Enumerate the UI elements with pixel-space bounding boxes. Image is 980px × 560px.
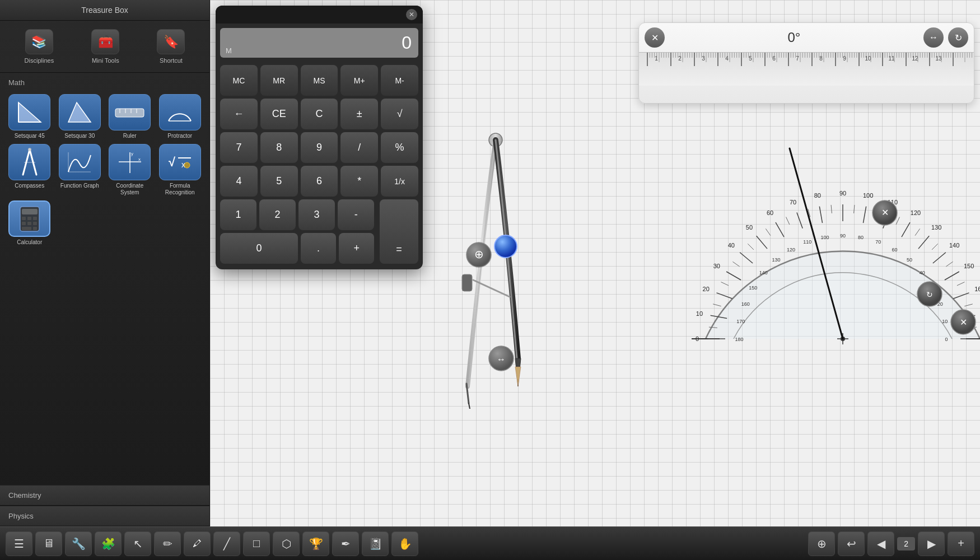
- tool-calculator[interactable]: Calculator: [7, 200, 53, 246]
- calc-plusminus-button[interactable]: ±: [340, 99, 378, 129]
- calculator-label: Calculator: [17, 239, 42, 246]
- toolbar-next-page-button[interactable]: ▶: [918, 531, 945, 556]
- toolbar-hand-button[interactable]: ✋: [391, 531, 418, 556]
- calc-ce-button[interactable]: CE: [260, 99, 298, 129]
- svg-point-12: [28, 148, 31, 151]
- compasses-label: Compasses: [15, 183, 44, 189]
- sidebar-tab-mini-tools[interactable]: 🧰 Mini Tools: [91, 29, 119, 64]
- calculator-icon: [8, 200, 50, 237]
- mini-tools-label: Mini Tools: [92, 57, 119, 64]
- calc-dot-button[interactable]: .: [301, 233, 336, 264]
- svg-text:70: 70: [790, 199, 796, 206]
- svg-line-187: [726, 272, 741, 280]
- calc-2-button[interactable]: 2: [259, 199, 296, 230]
- calc-memory-indicator: M: [226, 46, 232, 55]
- toolbar-add-page-button[interactable]: +: [948, 531, 974, 556]
- calc-plus-button[interactable]: +: [339, 233, 374, 264]
- svg-text:70: 70: [875, 239, 881, 245]
- calc-close-button[interactable]: ✕: [406, 9, 417, 20]
- calc-0-button[interactable]: 0: [220, 233, 298, 264]
- toolbar-connect-button[interactable]: ✒: [332, 531, 359, 556]
- tool-protractor[interactable]: Protractor: [157, 94, 203, 139]
- calc-mminus-button[interactable]: M-: [381, 65, 418, 96]
- sidebar-chemistry[interactable]: Chemistry: [0, 485, 209, 506]
- calc-mr-button[interactable]: MR: [260, 65, 298, 96]
- ruler-rotate-button[interactable]: ↻: [948, 27, 968, 48]
- svg-text:40: 40: [728, 242, 735, 249]
- toolbar-highlight-button[interactable]: 🖍: [184, 531, 211, 556]
- calc-memory-row: MC MR MS M+ M-: [220, 65, 418, 96]
- svg-rect-25: [22, 209, 38, 214]
- toolbar-menu-button[interactable]: ☰: [6, 531, 32, 556]
- toolbar-arrow-button[interactable]: ↖: [124, 531, 151, 556]
- toolbar-puzzle-button[interactable]: 🧩: [95, 531, 122, 556]
- calc-percent-button[interactable]: %: [381, 132, 418, 163]
- sidebar-tab-disciplines[interactable]: 📚 Disciplines: [25, 29, 54, 64]
- tool-setsquar45[interactable]: Setsquar 45: [7, 94, 53, 139]
- svg-text:0: 0: [945, 337, 948, 342]
- ruler-flip-button[interactable]: ↔: [923, 27, 944, 48]
- toolbar-target-button[interactable]: ⊕: [808, 531, 835, 556]
- toolbar-media-button[interactable]: 🏆: [302, 531, 329, 556]
- tool-ruler[interactable]: Ruler: [107, 94, 153, 139]
- tool-coordinate-system[interactable]: x y Coordinate System: [107, 144, 153, 196]
- calc-row5: 1 2 3 - 0 . + =: [220, 199, 418, 264]
- calc-7-button[interactable]: 7: [220, 132, 258, 163]
- math-section-label: Math: [0, 73, 209, 90]
- sidebar: Treasure Box 📚 Disciplines 🧰 Mini Tools …: [0, 0, 210, 526]
- calc-mplus-button[interactable]: M+: [340, 65, 378, 96]
- tool-function-graph[interactable]: Function Graph: [57, 144, 103, 196]
- calc-divide-button[interactable]: /: [340, 132, 378, 163]
- calc-minus-button[interactable]: -: [338, 199, 374, 230]
- calc-9-button[interactable]: 9: [301, 132, 338, 163]
- toolbar-screen-button[interactable]: 🖥: [35, 531, 62, 556]
- svg-text:110: 110: [803, 239, 811, 245]
- calc-c-button[interactable]: C: [301, 99, 338, 129]
- calc-6-button[interactable]: 6: [301, 166, 338, 197]
- toolbar-notebook-button[interactable]: 📓: [362, 531, 389, 556]
- svg-line-202: [819, 207, 822, 223]
- calc-4-button[interactable]: 4: [220, 166, 258, 197]
- tool-setsquar30[interactable]: Setsquar 30: [57, 94, 103, 139]
- ruler-angle-display: 0°: [669, 30, 919, 45]
- setsquar45-icon: [8, 94, 50, 130]
- svg-line-214: [902, 222, 910, 237]
- toolbar-settings-button[interactable]: 🔧: [65, 531, 92, 556]
- toolbar-undo-button[interactable]: ↩: [838, 531, 865, 556]
- calc-multiply-button[interactable]: *: [340, 166, 378, 197]
- svg-line-208: [863, 207, 866, 223]
- svg-line-220: [933, 253, 946, 263]
- toolbar-pencil-button[interactable]: ✏: [154, 531, 181, 556]
- calc-mc-button[interactable]: MC: [220, 65, 258, 96]
- calc-1-button[interactable]: 1: [220, 199, 256, 230]
- svg-line-226: [953, 293, 969, 298]
- svg-rect-26: [22, 217, 26, 220]
- mini-tools-icon: 🧰: [91, 29, 119, 54]
- svg-text:✕: ✕: [881, 208, 889, 217]
- svg-text:130: 130: [931, 224, 941, 231]
- calc-reciprocal-button[interactable]: 1/x: [381, 166, 418, 197]
- tool-compasses[interactable]: Compasses: [7, 144, 53, 196]
- sidebar-physics[interactable]: Physics: [0, 506, 209, 526]
- toolbar-prev-page-button[interactable]: ◀: [867, 531, 894, 556]
- ruler-tick-area: 1 2 3 4 5 6 7 8 9 10 11 12 13: [639, 52, 974, 86]
- calc-3-button[interactable]: 3: [298, 199, 335, 230]
- toolbar-line-button[interactable]: ╱: [213, 531, 240, 556]
- svg-line-184: [716, 293, 732, 298]
- canvas-area[interactable]: ✕ M 0 MC MR MS M+ M- ← CE C: [210, 0, 980, 526]
- calc-back-button[interactable]: ←: [220, 99, 258, 129]
- toolbar-shapes-button[interactable]: ⬡: [273, 531, 300, 556]
- calc-5-button[interactable]: 5: [260, 166, 298, 197]
- calc-ms-button[interactable]: MS: [301, 65, 338, 96]
- calc-sqrt-button[interactable]: √: [381, 99, 418, 129]
- calc-8-button[interactable]: 8: [260, 132, 298, 163]
- toolbar-square-button[interactable]: □: [243, 531, 270, 556]
- protractor-widget: 0 180 0102030405060708090100110120130140…: [689, 104, 980, 412]
- coordinate-system-icon: x y: [109, 144, 151, 180]
- tool-formula-recognition[interactable]: √ x Formula Recognition: [157, 144, 203, 196]
- ruler-widget: ✕ 0° ↔ ↻ 1 2 3 4 5 6 7 8 9 10 11: [638, 22, 974, 104]
- calc-equals-button[interactable]: =: [380, 199, 418, 264]
- sidebar-tab-shortcut[interactable]: 🔖 Shortcut: [157, 29, 185, 64]
- svg-rect-27: [27, 217, 31, 220]
- ruler-close-button[interactable]: ✕: [645, 27, 665, 48]
